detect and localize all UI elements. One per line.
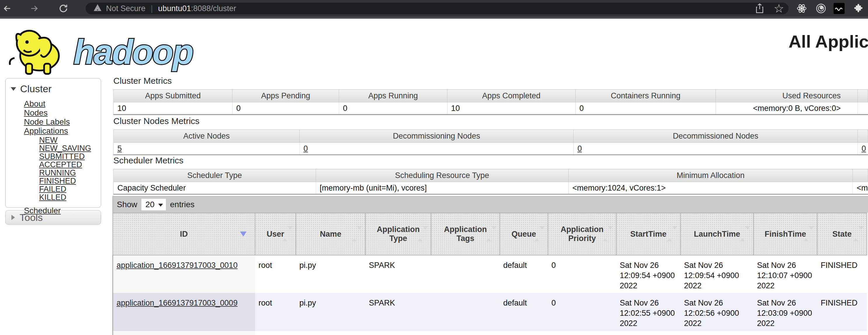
address-bar[interactable]: Not Secure | ubuntu01 :8088/cluster xyxy=(86,3,788,14)
col-clipped xyxy=(858,90,868,102)
header-application-type[interactable]: Application Type xyxy=(365,213,431,255)
header-launchtime[interactable]: LaunchTime xyxy=(681,213,753,255)
cluster-metrics-title: Cluster Metrics xyxy=(113,76,868,86)
sidebar-cluster-header[interactable]: Cluster xyxy=(5,83,101,95)
bookmark-star-icon[interactable]: ☆ xyxy=(773,3,784,14)
applications-table: ID User Name Application Type Applicatio… xyxy=(113,213,867,335)
col-scheduler-type: Scheduler Type xyxy=(114,169,316,182)
sort-both-icon xyxy=(352,230,362,239)
scheduler-metrics-table: Scheduler Type Scheduling Resource Type … xyxy=(113,169,868,195)
tags-cell xyxy=(431,255,500,293)
active-nodes-link[interactable]: 5 xyxy=(117,144,122,153)
starttime-cell: Sat Nov 26 12:02:55 +0900 2022 xyxy=(616,293,681,331)
col-apps-pending: Apps Pending xyxy=(232,90,339,102)
clipped-value: 0 xyxy=(858,143,868,155)
header-queue[interactable]: Queue xyxy=(500,213,548,255)
back-icon[interactable] xyxy=(1,2,13,14)
sidebar-item-node-labels[interactable]: Node Labels xyxy=(24,117,101,126)
extension-react-icon[interactable] xyxy=(796,3,807,14)
header-starttime[interactable]: StartTime xyxy=(616,213,681,255)
sort-both-icon xyxy=(740,230,750,239)
table-row: application_1669137917003_0009 root pi.p… xyxy=(113,293,867,331)
header-state[interactable]: State xyxy=(817,213,867,255)
url-path: :8088/cluster xyxy=(191,4,236,13)
not-secure-warning-icon xyxy=(93,4,102,13)
decommissioning-nodes-value: 0 xyxy=(299,143,573,155)
state-cell: FINISHED xyxy=(817,293,867,331)
finishtime-cell: Sat Nov 26 12:10:07 +0900 2022 xyxy=(753,255,817,293)
forward-icon[interactable] xyxy=(28,2,40,14)
col-apps-completed: Apps Completed xyxy=(447,90,576,102)
sidebar-item-submitted[interactable]: SUBMITTED xyxy=(39,152,101,161)
url-host: ubuntu01 xyxy=(158,4,191,13)
col-apps-running: Apps Running xyxy=(339,90,447,102)
sidebar-item-accepted[interactable]: ACCEPTED xyxy=(39,161,101,169)
security-label: Not Secure xyxy=(106,4,146,13)
sidebar-item-failed[interactable]: FAILED xyxy=(39,185,101,193)
table-length-toolbar: Show 20 entries xyxy=(113,196,868,213)
sort-both-icon xyxy=(667,230,677,239)
apps-submitted-value: 10 xyxy=(114,102,232,115)
finishtime-cell: Sat Nov 26 12:03:09 +0900 2022 xyxy=(753,293,817,331)
reload-icon[interactable] xyxy=(57,2,69,14)
sidebar: Cluster About Nodes Node Labels Applicat… xyxy=(5,78,101,225)
col-apps-submitted: Apps Submitted xyxy=(114,90,232,102)
sidebar-item-nodes[interactable]: Nodes xyxy=(24,108,101,117)
type-cell: SPARK xyxy=(365,255,431,293)
application-link[interactable]: application_1669137917003_0010 xyxy=(117,261,238,270)
share-icon[interactable] xyxy=(754,3,765,14)
sort-both-icon xyxy=(602,230,613,239)
queue-cell: default xyxy=(500,255,548,293)
header-name[interactable]: Name xyxy=(296,213,365,255)
extension-target-icon[interactable] xyxy=(815,3,827,14)
decommissioning-nodes-link[interactable]: 0 xyxy=(304,144,308,153)
hadoop-elephant-icon xyxy=(4,23,73,77)
used-resources-value: <memory:0 B, vCores:0> xyxy=(716,102,858,115)
sort-both-icon xyxy=(853,230,864,239)
clipped-value: <m xyxy=(853,182,868,194)
sidebar-item-about[interactable]: About xyxy=(24,99,101,108)
cluster-metrics-table: Apps Submitted Apps Pending Apps Running… xyxy=(113,89,868,115)
col-decommissioned-nodes: Decommissioned Nodes xyxy=(574,130,858,143)
header-application-priority[interactable]: Application Priority xyxy=(548,213,616,255)
header-finishtime[interactable]: FinishTime xyxy=(753,213,817,255)
sort-both-icon xyxy=(534,230,545,239)
user-cell: root xyxy=(255,293,296,331)
collapse-triangle-icon xyxy=(11,87,16,91)
application-link[interactable]: application_1669137917003_0009 xyxy=(117,299,238,307)
hadoop-logo-text: hadoop xyxy=(73,32,193,72)
scheduler-metrics-title: Scheduler Metrics xyxy=(113,156,868,165)
name-cell: pi.py xyxy=(296,293,365,331)
header-user[interactable]: User xyxy=(255,213,296,255)
sidebar-cluster-box: Cluster About Nodes Node Labels Applicat… xyxy=(5,78,101,208)
sidebar-item-new[interactable]: NEW xyxy=(39,136,101,144)
state-cell: FINISHED xyxy=(817,255,867,293)
sort-desc-icon xyxy=(240,232,247,237)
table-row-clipped xyxy=(113,331,867,335)
clipped-nodes-link[interactable]: 0 xyxy=(862,144,866,153)
omnibox-divider: | xyxy=(151,4,153,13)
sidebar-item-applications[interactable]: Applications xyxy=(24,126,101,135)
extension-wave-icon[interactable] xyxy=(834,3,845,14)
page-title: All Applications xyxy=(788,32,868,52)
sidebar-item-new-saving[interactable]: NEW_SAVING xyxy=(39,144,101,152)
chevron-down-icon xyxy=(158,204,163,207)
header-id[interactable]: ID xyxy=(113,213,255,255)
sidebar-item-killed[interactable]: KILLED xyxy=(39,193,101,201)
sort-both-icon xyxy=(417,230,428,239)
sidebar-item-running[interactable]: RUNNING xyxy=(39,169,101,177)
header-application-tags[interactable]: Application Tags xyxy=(431,213,500,255)
sidebar-item-finished[interactable]: FINISHED xyxy=(39,177,101,185)
name-cell: pi.py xyxy=(296,255,365,293)
user-cell: root xyxy=(255,255,296,293)
extensions-puzzle-icon[interactable] xyxy=(853,3,864,14)
col-used-resources: Used Resources xyxy=(716,90,858,102)
col-containers-running: Containers Running xyxy=(576,90,716,102)
page-size-select[interactable]: 20 xyxy=(142,199,166,210)
scheduling-resource-type-value: [memory-mb (unit=Mi), vcores] xyxy=(316,182,568,194)
sidebar-tools-label: Tools xyxy=(20,212,43,223)
priority-cell: 0 xyxy=(548,293,616,331)
decommissioned-nodes-link[interactable]: 0 xyxy=(578,144,582,153)
col-scheduling-resource-type: Scheduling Resource Type xyxy=(316,169,568,182)
launchtime-cell: Sat Nov 26 12:09:54 +0900 2022 xyxy=(681,255,753,293)
